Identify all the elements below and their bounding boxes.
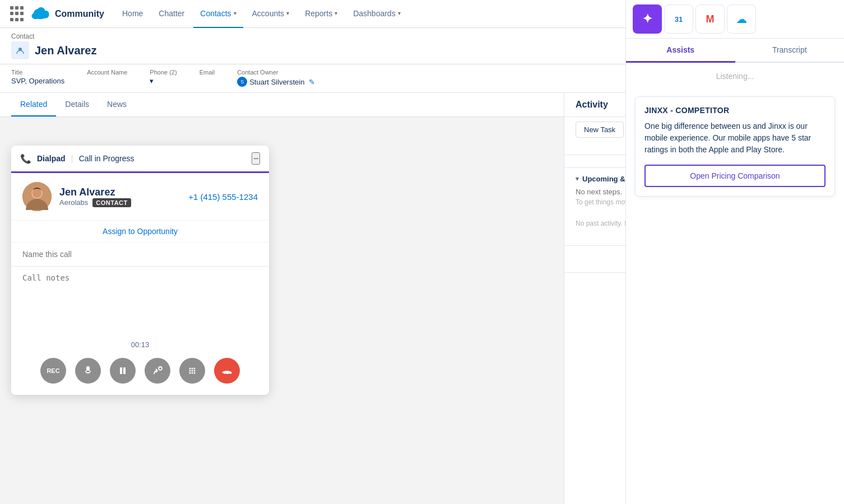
gmail-icon: M (706, 13, 715, 25)
tab-assists[interactable]: Assists (626, 39, 735, 63)
salesforce-icon: ☁ (736, 12, 747, 26)
svg-rect-12 (123, 367, 126, 374)
main-navigation: Home Chatter Contacts ▾ Accounts ▾ Repor… (115, 0, 674, 28)
svg-rect-11 (120, 367, 122, 374)
field-phone: Phone (2) ▾ (150, 69, 177, 87)
keypad-button[interactable] (179, 358, 205, 384)
upcoming-chevron-icon: ▾ (576, 175, 579, 183)
transfer-button[interactable] (145, 358, 170, 384)
svg-point-13 (159, 367, 162, 370)
nav-chatter[interactable]: Chatter (152, 0, 191, 28)
tab-news[interactable]: News (98, 93, 136, 116)
owner-edit-icon[interactable]: ✎ (309, 78, 315, 86)
listening-indicator: Listening... (626, 63, 844, 90)
crm-tabs: Related Details News (0, 93, 564, 117)
contact-info: Jen Alvarez Aerolabs CONTACT (59, 186, 180, 207)
field-account-name: Account Name (87, 69, 127, 87)
app-launcher-button[interactable] (9, 6, 25, 22)
svg-point-22 (194, 372, 196, 374)
competitor-card: JINXX - COMPETITOR One big difference be… (635, 96, 835, 197)
call-timer: 00:13 (11, 338, 269, 351)
contacts-chevron-icon: ▾ (234, 10, 236, 16)
svg-point-15 (192, 368, 193, 370)
gmail-button[interactable]: M (695, 4, 725, 34)
field-title: Title SVP, Operations (11, 69, 64, 87)
calendar-icon: 31 (675, 15, 683, 24)
ai-icon: ✦ (642, 12, 652, 26)
phone-icon: 📞 (20, 153, 31, 164)
open-pricing-comparison-button[interactable]: Open Pricing Comparison (644, 165, 826, 187)
svg-point-10 (33, 189, 41, 198)
svg-point-14 (189, 368, 191, 370)
call-notes-textarea[interactable] (22, 273, 258, 329)
pause-button[interactable] (110, 358, 136, 384)
salesforce-button[interactable]: ☁ (727, 4, 756, 34)
call-name-input[interactable] (22, 250, 258, 259)
field-contact-owner: Contact Owner S Stuart Silverstein ✎ (237, 69, 315, 87)
svg-point-21 (192, 372, 193, 374)
svg-point-17 (189, 370, 191, 372)
contact-full-name: Jen Alvarez (35, 44, 96, 57)
ai-top-icons: ✦ 31 M ☁ (626, 0, 844, 39)
ai-assistant-button[interactable]: ✦ (633, 4, 662, 34)
tab-related[interactable]: Related (11, 93, 56, 116)
accounts-chevron-icon: ▾ (286, 10, 289, 16)
nav-reports[interactable]: Reports ▾ (298, 0, 344, 28)
call-name-field[interactable] (11, 242, 269, 267)
competitor-title: JINXX - COMPETITOR (644, 106, 826, 115)
svg-point-18 (192, 370, 193, 372)
reports-chevron-icon: ▾ (335, 10, 337, 16)
nav-contacts[interactable]: Contacts ▾ (193, 0, 243, 28)
owner-avatar: S (237, 77, 247, 87)
ai-tabs: Assists Transcript (626, 39, 844, 63)
svg-point-20 (189, 372, 191, 374)
dashboards-chevron-icon: ▾ (398, 10, 401, 16)
assign-row: Assign to Opportunity (11, 221, 269, 242)
svg-point-3 (36, 8, 45, 16)
call-separator: | (71, 153, 73, 164)
ai-assistant-panel: ✦ 31 M ☁ Assists Transcript Listening...… (625, 0, 844, 504)
contact-type-icon (11, 41, 29, 59)
call-notes-field[interactable] (11, 267, 269, 338)
field-email: Email (200, 69, 215, 87)
tab-transcript[interactable]: Transcript (735, 39, 845, 63)
call-contact-row: Jen Alvarez Aerolabs CONTACT +1 (415) 55… (11, 173, 269, 221)
call-controls: REC (11, 351, 269, 395)
nav-dashboards[interactable]: Dashboards ▾ (346, 0, 407, 28)
svg-point-19 (194, 370, 196, 372)
svg-point-16 (194, 368, 196, 370)
call-panel: 📞 Dialpad | Call in Progress − Jen Alvar… (11, 146, 269, 395)
community-label: Community (55, 9, 104, 19)
record-button[interactable]: REC (40, 358, 66, 384)
tab-details[interactable]: Details (56, 93, 98, 116)
call-panel-header: 📞 Dialpad | Call in Progress − (11, 146, 269, 173)
nav-accounts[interactable]: Accounts ▾ (245, 0, 296, 28)
community-logo: Community (30, 7, 104, 21)
competitor-description: One big difference between us and Jinxx … (644, 120, 826, 156)
assign-to-opportunity-link[interactable]: Assign to Opportunity (103, 227, 178, 236)
calendar-button[interactable]: 31 (664, 4, 693, 34)
nav-home[interactable]: Home (115, 0, 150, 28)
contact-avatar (22, 182, 52, 211)
company-row: Aerolabs CONTACT (59, 198, 180, 207)
phone-dropdown-icon: ▾ (150, 77, 154, 85)
new-task-button[interactable]: New Task (576, 122, 624, 138)
end-call-button[interactable] (214, 358, 240, 384)
minimize-button[interactable]: − (252, 152, 260, 165)
mute-button[interactable] (75, 358, 101, 384)
